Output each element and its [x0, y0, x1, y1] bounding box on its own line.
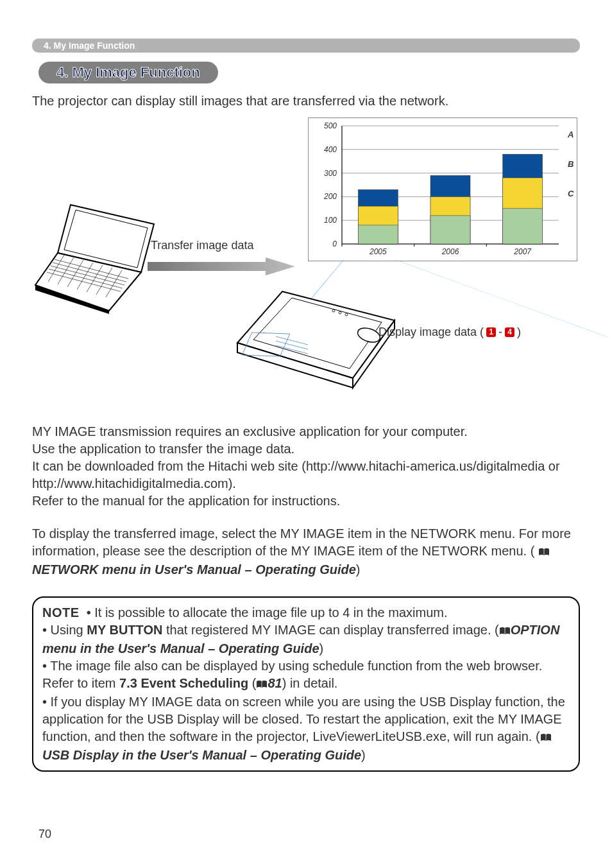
svg-text:0: 0	[332, 239, 337, 248]
event-scheduling-bold: 7.3 Event Scheduling	[119, 676, 248, 690]
svg-text:100: 100	[324, 216, 337, 225]
note-bullet-2b: that registered MY IMAGE can display tra…	[162, 623, 498, 637]
reference-network-menu: NETWORK menu in User's Manual – Operatin…	[32, 562, 356, 577]
laptop-illustration	[32, 198, 167, 314]
note-bullet-3b: (	[248, 676, 256, 690]
page-number: 70	[38, 828, 51, 841]
svg-text:400: 400	[324, 145, 337, 154]
reference-usb-display: USB Display in the User's Manual – Opera…	[42, 748, 361, 762]
svg-text:2007: 2007	[513, 247, 532, 256]
svg-text:A: A	[567, 130, 574, 139]
body-paragraph-2: To display the transferred image, select…	[32, 525, 580, 578]
body-line: MY IMAGE transmission requires an exclus…	[32, 424, 468, 438]
svg-rect-37	[430, 216, 470, 244]
note-bullet-4b: )	[361, 748, 366, 762]
note-bullet-2a: • Using	[42, 623, 87, 637]
body-line: Refer to the manual for the application …	[32, 494, 340, 508]
display-label-dash: -	[498, 326, 502, 339]
note-bullet-2c: )	[319, 641, 324, 655]
note-bullet-4a: • If you display MY IMAGE data on screen…	[42, 695, 565, 743]
intro-paragraph: The projector can display still images t…	[32, 94, 580, 108]
display-label-prefix: Display image data (	[378, 326, 484, 339]
bar-chart: 0100200300400500200520062007ABC	[309, 118, 577, 261]
note-bullet-3c: ) in detail.	[282, 676, 338, 690]
diagram-area: Transfer image data 01002003004005002005…	[32, 115, 580, 404]
book-icon	[256, 676, 268, 693]
svg-rect-32	[358, 225, 398, 244]
section-heading-pill: 4. My Image Function	[38, 62, 218, 83]
note-label: NOTE	[42, 605, 80, 620]
body-line: Use the application to transfer the imag…	[32, 442, 294, 456]
body-paragraph-1: MY IMAGE transmission requires an exclus…	[32, 423, 580, 510]
note-bullet-1: • It is possible to allocate the image f…	[87, 605, 448, 620]
svg-text:2006: 2006	[441, 247, 459, 256]
page: 4. My Image Function 4. My Image Functio…	[0, 0, 612, 868]
badge-4: 4	[505, 327, 514, 337]
body-text-span: To display the transferred image, select…	[32, 526, 571, 558]
section-heading-text: 4. My Image Function	[56, 64, 200, 80]
note-box: NOTE • It is possible to allocate the im…	[32, 596, 580, 772]
svg-text:300: 300	[324, 169, 337, 178]
svg-text:500: 500	[324, 121, 337, 130]
book-icon	[540, 729, 552, 747]
display-label-suffix: )	[517, 326, 521, 339]
body-line: It can be downloaded from the Hitachi we…	[32, 459, 560, 490]
svg-text:2005: 2005	[369, 247, 387, 256]
svg-text:200: 200	[323, 192, 337, 201]
svg-rect-42	[503, 209, 543, 244]
page-ref-81: 81	[268, 676, 282, 690]
my-button-bold: MY BUTTON	[87, 623, 162, 637]
breadcrumb-bar: 4. My Image Function	[32, 39, 580, 53]
svg-text:C: C	[568, 189, 574, 198]
chart-panel: 0100200300400500200520062007ABC	[308, 117, 577, 261]
body-text-span: )	[356, 562, 361, 577]
svg-text:B: B	[568, 159, 574, 169]
breadcrumb-text: 4. My Image Function	[44, 40, 135, 51]
display-image-data-label: Display image data ( 1 - 4 )	[378, 326, 521, 339]
book-icon	[538, 544, 550, 561]
transfer-image-data-label: Transfer image data	[151, 239, 253, 252]
badge-1: 1	[486, 327, 496, 337]
book-icon	[499, 623, 511, 640]
